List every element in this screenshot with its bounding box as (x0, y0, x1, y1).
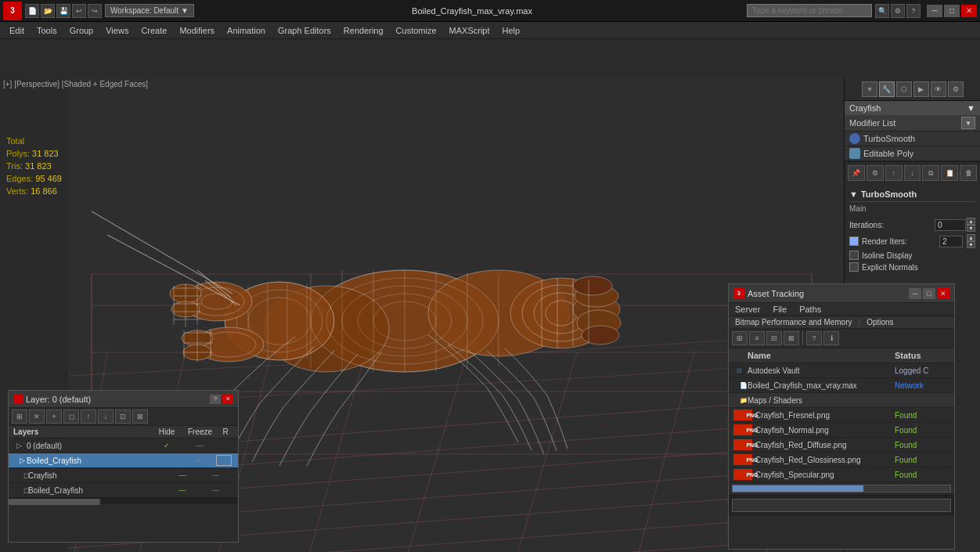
object-name: Crayfish (849, 103, 881, 113)
menu-modifiers[interactable]: Modifiers (173, 24, 221, 37)
menu-views[interactable]: Views (99, 24, 135, 37)
filter-icon[interactable]: ⚙ (891, 4, 905, 18)
menu-rendering[interactable]: Rendering (337, 24, 390, 37)
move-up-icon[interactable]: ↑ (885, 165, 903, 181)
layer-move-up-icon[interactable]: ↑ (81, 409, 96, 424)
help-icon[interactable]: ? (906, 4, 921, 18)
layer-3-freeze: — (198, 486, 233, 494)
aw-row-max[interactable]: 📄 Boiled_Crayfish_max_vray.max Network (729, 378, 954, 393)
explicit-normals-checkbox[interactable] (849, 262, 859, 272)
modifier-item-turbosmooth[interactable]: TurboSmooth (845, 132, 980, 146)
move-down-icon[interactable]: ↓ (904, 165, 921, 181)
layer-row-0[interactable]: ▷ 0 (default) ✓ — (9, 438, 238, 453)
layer-close[interactable]: ✕ (222, 395, 233, 404)
aw-menu-file[interactable]: File (766, 303, 793, 316)
asset-tracking-close[interactable]: ✕ (937, 288, 949, 299)
menu-graph-editors[interactable]: Graph Editors (272, 24, 337, 37)
ts-iterations-input[interactable] (935, 219, 966, 231)
minimize-button[interactable]: ─ (927, 5, 942, 17)
layer-3-hide: — (167, 486, 198, 494)
asset-tracking-minimize[interactable]: ─ (909, 288, 921, 299)
delete-modifier-icon[interactable]: 🗑 (960, 165, 977, 181)
ts-render-iters-input[interactable] (939, 236, 963, 247)
menu-group[interactable]: Group (63, 24, 100, 37)
modifier-item-editablepoly[interactable]: Editable Poly (845, 146, 980, 161)
pin-stack-icon[interactable]: 📌 (848, 165, 865, 181)
aw-row-diffuse[interactable]: PNG Crayfish_Red_Diffuse.png Found (729, 438, 954, 453)
aw-submenu-bar: Bitmap Performance and Memory | Options (729, 316, 954, 329)
menu-create[interactable]: Create (135, 24, 173, 37)
menu-animation[interactable]: Animation (221, 24, 272, 37)
search-input[interactable] (747, 4, 872, 17)
layer-row-2[interactable]: ◻ Crayfish — — (9, 468, 238, 483)
aw-icon-3[interactable]: ⊟ (766, 331, 782, 345)
render-iters-up-arrow[interactable]: ▲ (967, 234, 975, 241)
aw-row-maps[interactable]: 📁 Maps / Shaders (729, 393, 954, 408)
layer-row-1[interactable]: ▷ Boiled_Crayfish — (9, 453, 238, 468)
aw-menu-server[interactable]: Server (729, 303, 766, 316)
layer-select-icon[interactable]: ◻ (63, 409, 79, 424)
undo-button[interactable]: ↩ (72, 4, 86, 18)
open-button[interactable]: 📂 (41, 4, 55, 18)
aw-row-normal[interactable]: PNG Crayfish_Normal.png Found (729, 423, 954, 438)
render-iters-checkbox[interactable] (849, 236, 859, 246)
layer-2-name: Crayfish (28, 471, 167, 480)
aw-row-glossiness[interactable]: PNG Crayfish_Red_Glossiness.png Found (729, 453, 954, 467)
modifier-name-turbosmooth: TurboSmooth (863, 134, 915, 143)
utilities-icon[interactable]: ⚙ (948, 81, 964, 97)
configure-icon[interactable]: ⚙ (867, 165, 884, 181)
layer-extra1-icon[interactable]: ⊡ (115, 409, 131, 424)
display-icon[interactable]: 👁 (931, 81, 946, 97)
close-button[interactable]: ✕ (961, 5, 977, 17)
ts-collapse-icon[interactable]: ▼ (849, 189, 858, 199)
redo-button[interactable]: ↪ (88, 4, 102, 18)
iterations-up-arrow[interactable]: ▲ (967, 218, 975, 225)
search-icon[interactable]: 🔍 (875, 4, 889, 18)
menu-edit[interactable]: Edit (3, 24, 31, 37)
aw-icon-4[interactable]: ⊠ (784, 331, 799, 345)
new-button[interactable]: 📄 (25, 4, 39, 18)
iterations-down-arrow[interactable]: ▼ (967, 225, 975, 232)
paste-modifier-icon[interactable]: 📋 (941, 165, 958, 181)
aw-menu-paths[interactable]: Paths (793, 303, 827, 316)
layer-new-icon[interactable]: ⊞ (12, 409, 27, 424)
aw-row-fresnel[interactable]: PNG Crayfish_Fresnel.png Found (729, 408, 954, 423)
aw-row-specular[interactable]: PNG Crayfish_Specular.png Found (729, 467, 954, 482)
copy-modifier-icon[interactable]: ⧉ (922, 165, 939, 181)
modifier-list-dropdown[interactable]: ▼ (961, 117, 975, 129)
render-setup-icon[interactable]: ☀ (862, 81, 877, 97)
modify-icon[interactable]: 🔧 (879, 81, 895, 97)
workspace-button[interactable]: Workspace: Default ▼ (105, 4, 194, 17)
save-button[interactable]: 💾 (56, 4, 70, 18)
menu-maxscript[interactable]: MAXScript (443, 24, 496, 37)
layer-2-hide: — (167, 471, 198, 479)
motion-icon[interactable]: ▶ (913, 81, 929, 97)
menu-customize[interactable]: Customize (390, 24, 443, 37)
menu-help[interactable]: Help (496, 24, 527, 37)
aw-max-icon: 📄 (733, 380, 744, 391)
layer-scrollbar-thumb[interactable] (9, 499, 100, 505)
aw-submenu-options[interactable]: Options (867, 318, 893, 327)
aw-normal-status: Found (895, 426, 949, 435)
aw-icon-1[interactable]: ⊞ (732, 331, 748, 345)
menu-tools[interactable]: Tools (31, 24, 63, 37)
render-iters-down-arrow[interactable]: ▼ (967, 241, 975, 248)
aw-submenu-bitmap[interactable]: Bitmap Performance and Memory (735, 318, 852, 327)
aw-search-input[interactable] (732, 499, 951, 512)
maximize-button[interactable]: □ (944, 5, 960, 17)
layer-scrollbar[interactable] (9, 498, 238, 504)
hierarchy-icon[interactable]: ⬡ (896, 81, 912, 97)
aw-icon-2[interactable]: ≡ (749, 331, 765, 345)
aw-icon-info[interactable]: ℹ (823, 331, 839, 345)
layer-row-3[interactable]: ◻ Boiled_Crayfish — — (9, 483, 238, 498)
aw-row-vault[interactable]: ⊡ Autodesk Vault Logged C (729, 363, 954, 378)
layer-move-down-icon[interactable]: ↓ (98, 409, 113, 424)
aw-icon-help[interactable]: ? (806, 331, 822, 345)
aw-diffuse-status: Found (895, 441, 949, 449)
layer-delete-icon[interactable]: ✕ (29, 409, 45, 424)
layer-extra2-icon[interactable]: ⊠ (132, 409, 148, 424)
isoline-checkbox[interactable] (849, 251, 859, 260)
asset-tracking-maximize[interactable]: □ (923, 288, 935, 299)
layer-question[interactable]: ? (210, 395, 221, 404)
layer-add-icon[interactable]: + (46, 409, 62, 424)
